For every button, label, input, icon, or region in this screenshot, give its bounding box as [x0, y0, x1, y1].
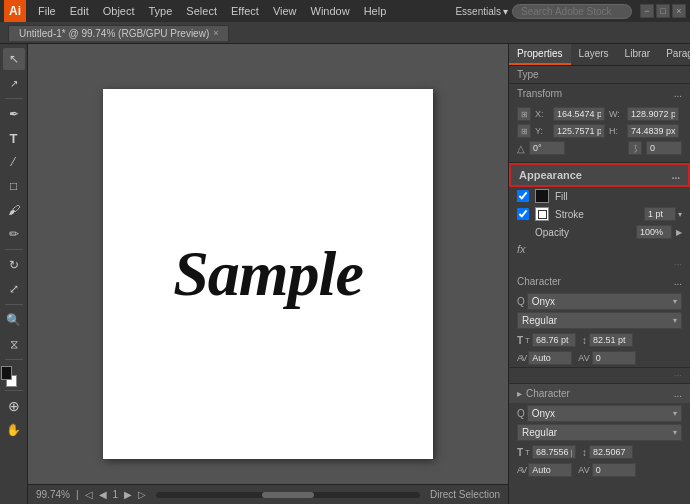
- tab-library[interactable]: Librar: [617, 44, 659, 65]
- bottom-size-input[interactable]: [532, 445, 576, 459]
- font-style-dropdown[interactable]: Regular ▾: [517, 312, 682, 329]
- character-menu-icon[interactable]: ...: [674, 276, 682, 287]
- shape-tool[interactable]: □: [3, 175, 25, 197]
- bottom-tracking-input[interactable]: [592, 463, 636, 477]
- bottom-tracking-icon: AV: [578, 465, 589, 475]
- fill-label: Fill: [555, 191, 568, 202]
- menu-view[interactable]: View: [267, 3, 303, 19]
- pencil-tool[interactable]: ✏: [3, 223, 25, 245]
- essentials-button[interactable]: Essentials ▾: [455, 6, 508, 17]
- scale-tool[interactable]: ⤢: [3, 278, 25, 300]
- bottom-kerning-tracking-row: AV AV: [509, 461, 690, 479]
- maximize-button[interactable]: □: [656, 4, 670, 18]
- transform-menu-icon[interactable]: ...: [674, 88, 682, 99]
- tab-layers[interactable]: Layers: [571, 44, 617, 65]
- stroke-dropdown-icon[interactable]: ▾: [678, 210, 682, 219]
- kerning-input[interactable]: [528, 351, 572, 365]
- angle-input[interactable]: [529, 141, 565, 155]
- appearance-header[interactable]: Appearance ...: [509, 163, 690, 187]
- menu-file[interactable]: File: [32, 3, 62, 19]
- font-search-row: Q Onyx ▾: [517, 293, 682, 310]
- chevron-down-icon: ▾: [503, 6, 508, 17]
- fill-row: Fill: [509, 187, 690, 205]
- bottom-char-header[interactable]: ▸ Character ...: [509, 384, 690, 403]
- font-size-input[interactable]: [532, 333, 576, 347]
- color-boxes[interactable]: [3, 364, 25, 386]
- font-name-dropdown[interactable]: Onyx ▾: [527, 293, 682, 310]
- appearance-menu-icon[interactable]: ...: [672, 170, 680, 181]
- line-tool[interactable]: ∕: [3, 151, 25, 173]
- y-input[interactable]: [553, 124, 605, 138]
- pen-tool[interactable]: ✒: [3, 103, 25, 125]
- shear-input[interactable]: [646, 141, 682, 155]
- paragraph-collapse-icon: ▸: [517, 388, 522, 399]
- angle-icon: △: [517, 143, 525, 154]
- menu-bar: Ai File Edit Object Type Select Effect V…: [0, 0, 690, 22]
- hand-tool[interactable]: ✋: [3, 419, 25, 441]
- menu-window[interactable]: Window: [305, 3, 356, 19]
- h-input[interactable]: [627, 124, 679, 138]
- direct-selection-tool[interactable]: ↗: [3, 72, 25, 94]
- tab-close-button[interactable]: ×: [213, 28, 218, 38]
- horizontal-scrollbar[interactable]: [262, 492, 315, 498]
- tab-paragraph[interactable]: Parag: [658, 44, 690, 65]
- tracking-input[interactable]: [592, 351, 636, 365]
- tracking-icon: AV: [578, 353, 589, 363]
- eyedropper-tool[interactable]: 🔍: [3, 309, 25, 331]
- left-toolbar: ↖ ↗ ✒ T ∕ □ 🖌 ✏ ↻ ⤢ 🔍 ⧖ ⊕ ✋: [0, 44, 28, 504]
- menu-effect[interactable]: Effect: [225, 3, 265, 19]
- character-header[interactable]: Character ...: [509, 272, 690, 291]
- menu-help[interactable]: Help: [358, 3, 393, 19]
- selection-tool[interactable]: ↖: [3, 48, 25, 70]
- menu-type[interactable]: Type: [143, 3, 179, 19]
- minimize-button[interactable]: −: [640, 4, 654, 18]
- menu-object[interactable]: Object: [97, 3, 141, 19]
- fx-row: fx: [509, 241, 690, 257]
- opacity-chevron-icon[interactable]: ▶: [676, 228, 682, 237]
- bottom-kerning-input[interactable]: [528, 463, 572, 477]
- tool-separator-4: [5, 359, 23, 360]
- tab-properties[interactable]: Properties: [509, 44, 571, 65]
- close-button[interactable]: ×: [672, 4, 686, 18]
- type-label: Type: [509, 66, 690, 84]
- stroke-width-input[interactable]: [644, 207, 676, 221]
- paintbrush-tool[interactable]: 🖌: [3, 199, 25, 221]
- menu-edit[interactable]: Edit: [64, 3, 95, 19]
- rotate-tool[interactable]: ↻: [3, 254, 25, 276]
- kerning-icon: AV: [517, 353, 526, 363]
- menu-select[interactable]: Select: [180, 3, 223, 19]
- bottom-font-dropdown[interactable]: Onyx ▾: [527, 405, 682, 422]
- zoom-tool[interactable]: ⊕: [3, 395, 25, 417]
- transform-link-icon[interactable]: ⊞: [517, 107, 531, 121]
- size-icon: T: [517, 335, 523, 346]
- bottom-leading-input[interactable]: [589, 445, 633, 459]
- transform-section: Transform ... ⊞ X: W: ⊞ Y: H:: [509, 84, 690, 163]
- bottom-style-chevron: ▾: [673, 428, 677, 437]
- stroke-color-swatch[interactable]: [535, 207, 549, 221]
- fill-checkbox[interactable]: [517, 190, 529, 202]
- x-input[interactable]: [553, 107, 605, 121]
- fill-color-swatch[interactable]: [535, 189, 549, 203]
- leading-input[interactable]: [589, 333, 633, 347]
- right-panel: Properties Layers Librar Parag Open Type…: [508, 44, 690, 504]
- canvas-area[interactable]: Sample 99.74% | ◁ ◀ 1 ▶ ▷ Direct Selecti…: [28, 44, 508, 504]
- stroke-checkbox[interactable]: [517, 208, 529, 220]
- char-size-leading-row: T T ↕: [509, 331, 690, 349]
- stock-search-input[interactable]: [512, 4, 632, 19]
- transform-link2-icon[interactable]: ⊞: [517, 124, 531, 138]
- opacity-label: Opacity: [535, 227, 569, 238]
- bottom-leading-icon: ↕: [582, 447, 587, 458]
- opacity-input[interactable]: [636, 225, 672, 239]
- blend-tool[interactable]: ⧖: [3, 333, 25, 355]
- shear-icon[interactable]: ⟆: [628, 141, 642, 155]
- zoom-level: 99.74%: [36, 489, 70, 500]
- type-tool[interactable]: T: [3, 127, 25, 149]
- fx-label[interactable]: fx: [517, 243, 526, 255]
- w-input[interactable]: [627, 107, 679, 121]
- transform-header[interactable]: Transform ...: [509, 84, 690, 103]
- document-tab[interactable]: Untitled-1* @ 99.74% (RGB/GPU Preview) ×: [8, 25, 229, 41]
- bottom-char-menu-icon[interactable]: ...: [674, 388, 682, 399]
- bottom-style-dropdown[interactable]: Regular ▾: [517, 424, 682, 441]
- tool-separator-5: [5, 390, 23, 391]
- leading-icon: ↕: [582, 335, 587, 346]
